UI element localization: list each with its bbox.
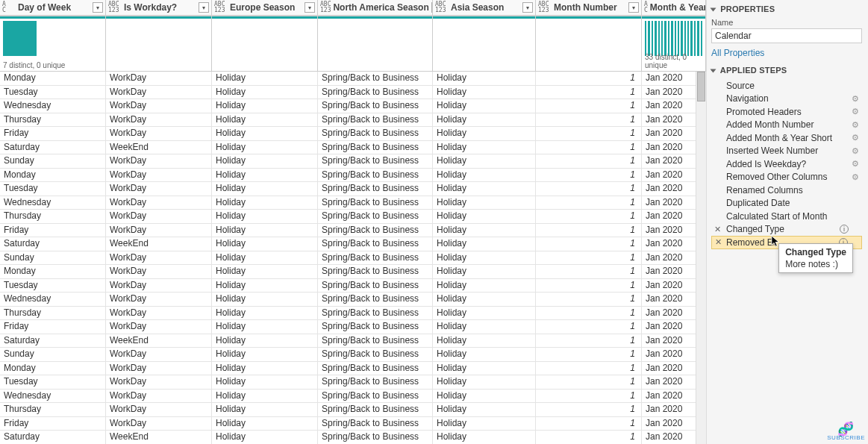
table-cell[interactable]: Spring/Back to Business bbox=[318, 72, 433, 85]
filter-dropdown-icon[interactable]: ▾ bbox=[305, 2, 315, 13]
table-cell[interactable]: 1 bbox=[536, 169, 642, 182]
table-cell[interactable]: Wednesday bbox=[0, 293, 106, 306]
table-cell[interactable]: 1 bbox=[536, 113, 642, 127]
table-cell[interactable]: Spring/Back to Business bbox=[318, 251, 433, 265]
table-cell[interactable]: WorkDay bbox=[106, 196, 212, 210]
table-cell[interactable]: WorkDay bbox=[106, 154, 212, 168]
table-row[interactable]: MondayWorkDayHolidaySpring/Back to Busin… bbox=[0, 265, 706, 279]
table-cell[interactable]: 1 bbox=[536, 182, 642, 196]
scrollbar-thumb[interactable] bbox=[697, 72, 705, 101]
table-cell[interactable]: WorkDay bbox=[106, 348, 212, 361]
applied-step[interactable]: ✕Added Month Number⚙ bbox=[711, 119, 862, 132]
table-cell[interactable]: 1 bbox=[536, 390, 642, 403]
table-cell[interactable]: Holiday bbox=[433, 251, 536, 265]
table-cell[interactable]: Spring/Back to Business bbox=[318, 141, 433, 154]
table-cell[interactable]: Spring/Back to Business bbox=[318, 417, 433, 431]
table-cell[interactable]: Monday bbox=[0, 362, 106, 375]
table-cell[interactable]: Holiday bbox=[212, 390, 318, 403]
table-cell[interactable]: Thursday bbox=[0, 403, 106, 416]
table-cell[interactable]: Holiday bbox=[433, 293, 536, 306]
table-row[interactable]: TuesdayWorkDayHolidaySpring/Back to Busi… bbox=[0, 182, 706, 196]
applied-step[interactable]: ✕Calculated Start of Month bbox=[711, 210, 862, 223]
vertical-scrollbar[interactable] bbox=[696, 72, 706, 444]
table-cell[interactable]: Tuesday bbox=[0, 86, 106, 99]
applied-step[interactable]: ✕Added Month & Year Short⚙ bbox=[711, 131, 862, 145]
table-row[interactable]: SaturdayWeekEndHolidaySpring/Back to Bus… bbox=[0, 431, 706, 444]
table-row[interactable]: WednesdayWorkDayHolidaySpring/Back to Bu… bbox=[0, 293, 706, 307]
table-cell[interactable]: Holiday bbox=[433, 86, 536, 99]
table-cell[interactable]: Spring/Back to Business bbox=[318, 375, 433, 389]
table-cell[interactable]: Holiday bbox=[433, 417, 536, 431]
table-cell[interactable]: WorkDay bbox=[106, 265, 212, 278]
table-cell[interactable]: Holiday bbox=[212, 210, 318, 223]
table-cell[interactable]: Thursday bbox=[0, 307, 106, 320]
column-header[interactable]: ABC123North America Season▾ bbox=[318, 0, 433, 15]
table-cell[interactable]: Holiday bbox=[212, 279, 318, 293]
table-cell[interactable]: 1 bbox=[536, 196, 642, 210]
table-cell[interactable]: Spring/Back to Business bbox=[318, 127, 433, 140]
table-cell[interactable]: Holiday bbox=[212, 113, 318, 127]
table-cell[interactable]: Holiday bbox=[212, 307, 318, 320]
table-cell[interactable]: 1 bbox=[536, 127, 642, 140]
table-cell[interactable]: Spring/Back to Business bbox=[318, 265, 433, 278]
table-cell[interactable]: Holiday bbox=[212, 334, 318, 348]
table-cell[interactable]: Sunday bbox=[0, 251, 106, 265]
table-cell[interactable]: 1 bbox=[536, 154, 642, 168]
table-cell[interactable]: Holiday bbox=[212, 141, 318, 154]
table-cell[interactable]: Tuesday bbox=[0, 279, 106, 293]
table-row[interactable]: FridayWorkDayHolidaySpring/Back to Busin… bbox=[0, 224, 706, 238]
table-cell[interactable]: WorkDay bbox=[106, 251, 212, 265]
column-header[interactable]: ABC123Is Workday?▾ bbox=[106, 0, 212, 15]
datatype-icon[interactable]: ABC123 bbox=[214, 1, 228, 13]
table-cell[interactable]: Holiday bbox=[212, 417, 318, 431]
table-cell[interactable]: Monday bbox=[0, 72, 106, 85]
delete-step-icon[interactable]: ✕ bbox=[715, 237, 722, 247]
table-cell[interactable]: WorkDay bbox=[106, 320, 212, 334]
table-cell[interactable]: 1 bbox=[536, 320, 642, 334]
table-cell[interactable]: WorkDay bbox=[106, 86, 212, 99]
table-cell[interactable]: Holiday bbox=[433, 375, 536, 389]
info-icon[interactable]: i bbox=[840, 225, 849, 234]
table-cell[interactable]: Holiday bbox=[212, 320, 318, 334]
table-cell[interactable]: Spring/Back to Business bbox=[318, 86, 433, 99]
table-cell[interactable]: Holiday bbox=[212, 72, 318, 85]
table-cell[interactable]: Spring/Back to Business bbox=[318, 403, 433, 416]
table-cell[interactable]: Holiday bbox=[433, 182, 536, 196]
table-cell[interactable]: Holiday bbox=[212, 265, 318, 278]
table-cell[interactable]: Spring/Back to Business bbox=[318, 431, 433, 444]
table-row[interactable]: MondayWorkDayHolidaySpring/Back to Busin… bbox=[0, 169, 706, 183]
applied-steps-header[interactable]: APPLIED STEPS bbox=[711, 66, 862, 75]
table-cell[interactable]: Monday bbox=[0, 265, 106, 278]
column-header[interactable]: ABC123Month Number▾ bbox=[536, 0, 642, 15]
table-row[interactable]: SaturdayWeekEndHolidaySpring/Back to Bus… bbox=[0, 334, 706, 348]
table-cell[interactable]: Spring/Back to Business bbox=[318, 279, 433, 293]
table-row[interactable]: SundayWorkDayHolidaySpring/Back to Busin… bbox=[0, 348, 706, 362]
table-cell[interactable]: WorkDay bbox=[106, 293, 212, 306]
table-cell[interactable]: Holiday bbox=[212, 375, 318, 389]
table-cell[interactable]: WorkDay bbox=[106, 224, 212, 237]
table-cell[interactable]: WorkDay bbox=[106, 417, 212, 431]
table-cell[interactable]: 1 bbox=[536, 210, 642, 223]
table-row[interactable]: TuesdayWorkDayHolidaySpring/Back to Busi… bbox=[0, 86, 706, 100]
query-name-input[interactable] bbox=[711, 28, 862, 43]
table-cell[interactable]: Holiday bbox=[433, 196, 536, 210]
table-cell[interactable]: Saturday bbox=[0, 334, 106, 348]
datatype-icon[interactable]: ABC123 bbox=[435, 1, 449, 13]
table-cell[interactable]: Holiday bbox=[433, 169, 536, 182]
table-cell[interactable]: Holiday bbox=[212, 224, 318, 237]
applied-step[interactable]: ✕Renamed Columns bbox=[711, 184, 862, 197]
table-cell[interactable]: Tuesday bbox=[0, 375, 106, 389]
table-cell[interactable]: WorkDay bbox=[106, 210, 212, 223]
table-cell[interactable]: Spring/Back to Business bbox=[318, 348, 433, 361]
applied-step[interactable]: ✕Changed Typei bbox=[711, 223, 862, 237]
table-cell[interactable]: Friday bbox=[0, 127, 106, 140]
table-cell[interactable]: Holiday bbox=[212, 251, 318, 265]
table-cell[interactable]: 1 bbox=[536, 334, 642, 348]
gear-icon[interactable]: ⚙ bbox=[852, 94, 859, 104]
table-cell[interactable]: WorkDay bbox=[106, 279, 212, 293]
table-cell[interactable]: Friday bbox=[0, 224, 106, 237]
applied-step[interactable]: ✕Promoted Headers⚙ bbox=[711, 105, 862, 119]
table-cell[interactable]: Thursday bbox=[0, 210, 106, 223]
table-cell[interactable]: Friday bbox=[0, 320, 106, 334]
properties-header[interactable]: PROPERTIES bbox=[711, 4, 862, 13]
